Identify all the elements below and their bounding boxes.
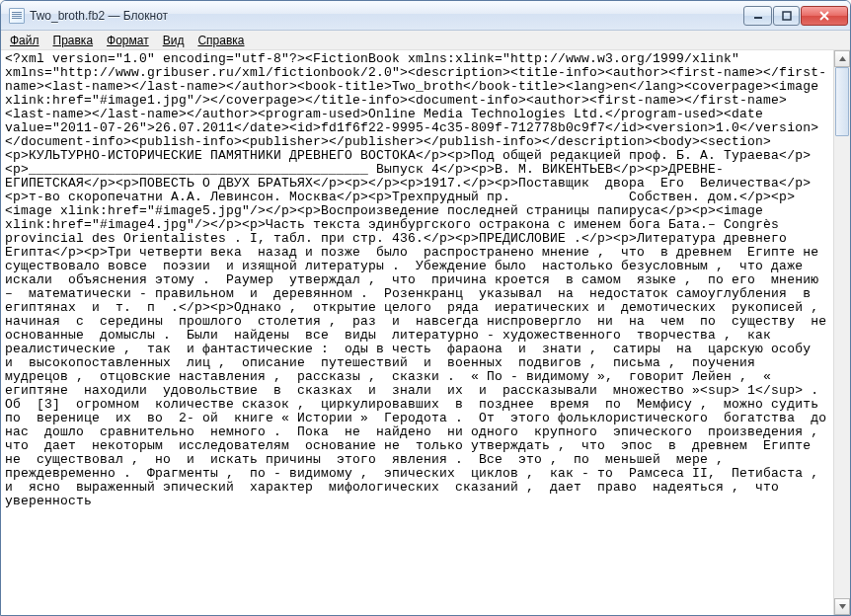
minimize-icon [753,11,763,21]
menu-file[interactable]: Файл [3,32,46,49]
menu-edit[interactable]: Правка [46,32,101,49]
chevron-up-icon [838,54,847,63]
menu-help[interactable]: Справка [191,32,251,49]
chevron-down-icon [838,602,847,611]
window-controls [743,6,848,26]
scrollbar-track[interactable] [834,67,850,598]
content-area [1,50,850,615]
menu-format[interactable]: Формат [100,32,156,49]
scroll-down-button[interactable] [834,598,850,615]
scroll-up-button[interactable] [834,50,850,67]
close-button[interactable] [801,6,848,26]
svg-rect-1 [783,12,791,20]
scrollbar-thumb[interactable] [835,67,849,136]
maximize-button[interactable] [773,6,800,26]
maximize-icon [782,11,792,21]
menubar: Файл Правка Формат Вид Справка [1,31,850,50]
minimize-button[interactable] [743,6,772,26]
close-icon [818,11,830,21]
svg-rect-0 [754,17,762,19]
notepad-window: Two_broth.fb2 — Блокнот Файл Правка Форм… [0,0,851,616]
vertical-scrollbar [833,50,850,615]
text-editor[interactable] [1,50,832,615]
app-icon [9,8,25,24]
titlebar[interactable]: Two_broth.fb2 — Блокнот [1,1,850,31]
menu-view[interactable]: Вид [156,32,192,49]
window-title: Two_broth.fb2 — Блокнот [30,9,743,23]
